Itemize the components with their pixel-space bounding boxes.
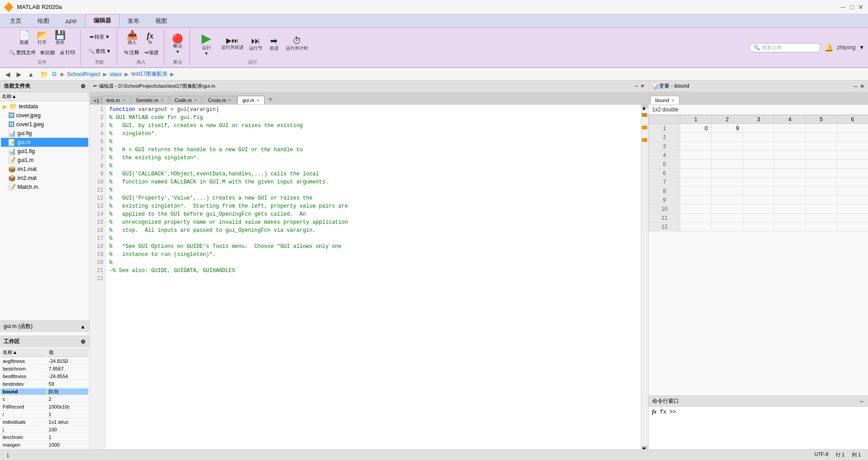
goto-button[interactable]: ➡ 转至 ▼ — [88, 33, 112, 41]
var-tab-close[interactable]: ✕ — [671, 98, 675, 103]
indent-button[interactable]: ⇥ 缩进 — [142, 49, 160, 56]
workspace-row[interactable]: bestindex 59 — [1, 381, 88, 388]
tab-editor[interactable]: 编辑器 — [85, 14, 120, 27]
var-cell[interactable] — [837, 178, 868, 187]
tab-publish[interactable]: 发布 — [120, 15, 147, 27]
var-col-1[interactable]: 1 — [680, 115, 712, 124]
ws-col-value[interactable]: 值 — [47, 348, 88, 357]
run-section-button[interactable]: ⏭ 运行节 — [247, 35, 264, 52]
var-cell[interactable] — [680, 178, 712, 187]
var-cell[interactable] — [743, 204, 774, 213]
var-cell[interactable] — [774, 213, 806, 222]
var-cell[interactable] — [743, 151, 774, 160]
workspace-row[interactable]: j 100 — [1, 426, 88, 433]
var-cell[interactable] — [712, 204, 743, 213]
var-cell[interactable] — [837, 213, 868, 222]
var-cell[interactable] — [743, 178, 774, 187]
current-folder-actions[interactable]: ⚙ — [81, 83, 86, 89]
run-button[interactable]: ▶ 运行 ▼ — [195, 31, 218, 57]
forward-button[interactable]: ▶ — [15, 70, 23, 79]
var-cell[interactable] — [743, 133, 774, 142]
var-cell[interactable] — [774, 124, 806, 133]
var-cell[interactable] — [712, 169, 743, 178]
tab-codem[interactable]: Code.m ✕ — [170, 96, 202, 104]
var-cell[interactable] — [837, 160, 868, 169]
var-col-2[interactable]: 2 — [712, 115, 743, 124]
tab-testm[interactable]: test.m ✕ — [102, 96, 130, 104]
var-cell[interactable] — [806, 142, 837, 151]
command-content[interactable]: fx fx >> — [649, 407, 868, 449]
var-cell[interactable] — [774, 169, 806, 178]
var-cell[interactable] — [806, 124, 837, 133]
fx-button[interactable]: fx fx — [142, 31, 158, 46]
find-button[interactable]: 🔍 查找 ▼ — [86, 47, 113, 55]
var-cell[interactable] — [680, 204, 712, 213]
file-item-cover1jpeg[interactable]: 🖼 cover1.jpeg — [1, 120, 88, 129]
var-cell[interactable] — [743, 142, 774, 151]
var-col-3[interactable]: 3 — [743, 115, 774, 124]
cmd-expand-icon[interactable]: ↔ — [859, 398, 864, 405]
var-col-5[interactable]: 5 — [806, 115, 837, 124]
file-item-testdata[interactable]: ▶ 📁 testdata — [1, 102, 88, 111]
var-cell[interactable]: 9 — [712, 124, 743, 133]
var-cell[interactable] — [774, 142, 806, 151]
workspace-row[interactable]: avgfitness -24.8150 — [1, 358, 88, 365]
var-close-icon[interactable]: ✕ — [860, 83, 864, 89]
var-cell[interactable] — [680, 151, 712, 160]
tab-guim[interactable]: gui.m ✕ — [237, 96, 265, 104]
var-cell[interactable] — [806, 213, 837, 222]
minimize-button[interactable]: ─ — [839, 4, 847, 11]
workspace-row[interactable]: bestfitness -24.8554 — [1, 373, 88, 380]
comment-button[interactable]: % 注释 — [122, 49, 141, 56]
tab-geneticm[interactable]: Genetic.m ✕ — [131, 96, 169, 104]
var-cell[interactable] — [712, 222, 743, 231]
var-cell[interactable] — [806, 169, 837, 178]
file-item-coverjpeg[interactable]: 🖼 cover.jpeg — [1, 111, 88, 120]
close-codem[interactable]: ✕ — [193, 98, 197, 103]
var-cell[interactable] — [680, 160, 712, 169]
workspace-row[interactable]: bestchrom 7.8567 — [1, 366, 88, 372]
var-cell[interactable] — [837, 151, 868, 160]
var-cell[interactable] — [806, 196, 837, 204]
var-cell[interactable] — [743, 187, 774, 196]
notification-icon[interactable]: 🔔 — [825, 43, 834, 52]
breakpoint-button[interactable]: 🔴 断点 ▼ — [170, 33, 186, 55]
var-col-6[interactable]: 6 — [837, 115, 868, 124]
workspace-row[interactable]: c 2 — [1, 396, 88, 403]
var-cell[interactable] — [743, 124, 774, 133]
folder-button[interactable]: 📁 — [39, 70, 50, 79]
run-time-button[interactable]: ⏱ 运行并计时 — [284, 35, 310, 52]
editor-expand-icon[interactable]: ↔ — [634, 83, 639, 89]
file-item-guim[interactable]: 📝 gui.m — [1, 138, 88, 147]
tab-view[interactable]: 视图 — [147, 15, 175, 27]
var-col-4[interactable]: 4 — [774, 115, 806, 124]
var-table-row[interactable]: 12 — [649, 222, 868, 231]
file-item-matchm[interactable]: 📝 Match.m — [1, 183, 88, 192]
var-cell[interactable] — [774, 151, 806, 160]
open-button[interactable]: 📂 打开 — [34, 30, 50, 47]
var-cell[interactable] — [837, 124, 868, 133]
var-table-row[interactable]: 9 — [649, 196, 868, 204]
breadcrumb-d[interactable]: D: — [52, 71, 58, 77]
workspace-row[interactable]: i 1 — [1, 411, 88, 418]
var-cell[interactable] — [774, 204, 806, 213]
workspace-row[interactable]: maxgen 1000 — [1, 442, 88, 448]
user-account[interactable]: zhiyong — [837, 44, 855, 51]
var-cell[interactable] — [743, 222, 774, 231]
var-cell[interactable] — [806, 178, 837, 187]
var-table-row[interactable]: 3 — [649, 142, 868, 151]
var-cell[interactable] — [806, 187, 837, 196]
tab-home[interactable]: 主页 — [2, 15, 30, 27]
var-table-row[interactable]: 4 — [649, 151, 868, 160]
compare-button[interactable]: ⊞ 比较 — [39, 49, 57, 56]
file-item-gui1m[interactable]: 📝 gui1.m — [1, 156, 88, 165]
var-cell[interactable] — [806, 222, 837, 231]
workspace-row[interactable]: individuals 1x1 struc — [1, 419, 88, 426]
var-cell[interactable] — [837, 204, 868, 213]
insert-button[interactable]: 📥 插入 — [124, 30, 140, 47]
var-cell[interactable] — [837, 187, 868, 196]
var-cell[interactable] — [680, 169, 712, 178]
scroll-down[interactable]: ▼ — [641, 446, 648, 449]
back-button[interactable]: ◀ — [4, 70, 12, 79]
new-button[interactable]: 📄 新建 — [16, 30, 32, 47]
